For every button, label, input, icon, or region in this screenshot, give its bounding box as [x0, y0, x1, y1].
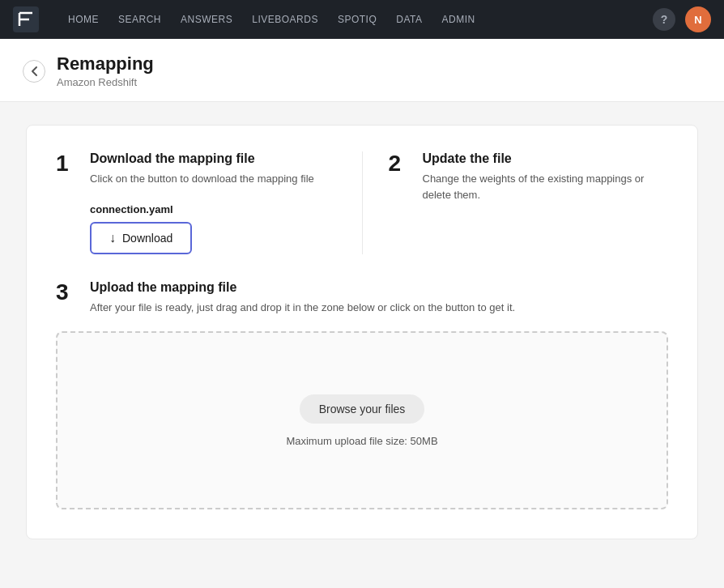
nav-admin[interactable]: ADMIN — [441, 14, 475, 25]
step3-title: Upload the mapping file — [90, 280, 668, 295]
page-title: Remapping — [57, 53, 154, 75]
user-avatar[interactable]: N — [685, 6, 711, 32]
header-title-group: Remapping Amazon Redshift — [57, 53, 154, 88]
page-header: Remapping Amazon Redshift — [0, 39, 724, 102]
navbar: HOME SEARCH ANSWERS LIVEBOARDS SPOTIQ DA… — [0, 0, 724, 39]
nav-links: HOME SEARCH ANSWERS LIVEBOARDS SPOTIQ DA… — [68, 14, 630, 25]
step2-title: Update the file — [423, 151, 669, 166]
step1-content: Download the mapping file Click on the b… — [90, 151, 336, 254]
upload-max-size: Maximum upload file size: 50MB — [286, 435, 437, 447]
download-icon: ↓ — [109, 231, 116, 245]
step2-number: 2 — [389, 151, 408, 254]
download-label: Download — [122, 232, 172, 245]
step3-content: Upload the mapping file After your file … — [90, 280, 668, 316]
help-button[interactable]: ? — [653, 8, 675, 31]
steps-container: 1 Download the mapping file Click on the… — [26, 125, 698, 539]
upload-drop-zone[interactable]: Browse your files Maximum upload file si… — [56, 331, 668, 509]
file-area: connection.yaml ↓ Download — [90, 203, 336, 254]
step1-title: Download the mapping file — [90, 151, 336, 166]
file-name: connection.yaml — [90, 203, 336, 215]
browse-files-button[interactable]: Browse your files — [300, 394, 425, 424]
step2-desc: Change the weights of the existing mappi… — [423, 171, 669, 202]
nav-home[interactable]: HOME — [68, 14, 99, 25]
step1-section: 1 Download the mapping file Click on the… — [56, 151, 336, 254]
step-divider — [362, 151, 363, 254]
step3-number: 3 — [56, 280, 75, 316]
nav-search[interactable]: SEARCH — [118, 14, 161, 25]
back-button[interactable] — [23, 60, 45, 83]
download-button[interactable]: ↓ Download — [90, 222, 192, 254]
step1-desc: Click on the button to download the mapp… — [90, 171, 336, 187]
nav-spotiq[interactable]: SPOTIQ — [338, 14, 377, 25]
step2-section: 2 Update the file Change the weights of … — [389, 151, 669, 254]
nav-right: ? N — [653, 6, 711, 32]
step3-desc: After your file is ready, just drag and … — [90, 300, 668, 316]
nav-answers[interactable]: ANSWERS — [181, 14, 232, 25]
page-subtitle: Amazon Redshift — [57, 76, 154, 88]
nav-data[interactable]: DATA — [396, 14, 422, 25]
step2-content: Update the file Change the weights of th… — [423, 151, 669, 254]
step1-number: 1 — [56, 151, 75, 254]
top-steps-row: 1 Download the mapping file Click on the… — [56, 151, 668, 254]
step3-section: 3 Upload the mapping file After your fil… — [56, 280, 668, 316]
main-content: 1 Download the mapping file Click on the… — [0, 102, 724, 562]
nav-liveboards[interactable]: LIVEBOARDS — [252, 14, 318, 25]
logo[interactable] — [13, 6, 39, 32]
